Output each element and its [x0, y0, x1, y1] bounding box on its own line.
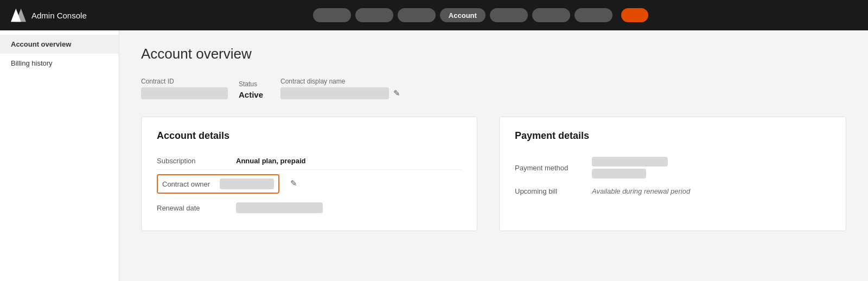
display-name-value: [280, 87, 389, 99]
account-details-card: Account details Subscription Annual plan…: [141, 117, 477, 231]
nav-pill-blank-6[interactable]: [575, 8, 612, 22]
sidebar: Account overview Billing history: [0, 30, 119, 281]
contract-id-group: Contract ID: [141, 78, 228, 99]
contract-owner-value: [220, 178, 274, 189]
subscription-value: Annual plan, prepaid: [236, 157, 306, 165]
nav-pill-blank-5[interactable]: [532, 8, 570, 22]
nav-pill-blank-4[interactable]: [490, 8, 528, 22]
nav-pill-blank-3[interactable]: [398, 8, 436, 22]
upcoming-bill-row: Upcoming bill Available during renewal p…: [515, 183, 831, 200]
contract-id-value: [141, 87, 228, 99]
payment-method-row: Payment method: [515, 152, 831, 183]
payment-method-value-stack: [592, 157, 668, 178]
renewal-date-value: [236, 202, 323, 213]
display-name-row: ✎: [280, 87, 400, 99]
nav-pills: Account: [104, 8, 857, 22]
payment-bar-2: [592, 169, 646, 178]
status-value: Active: [239, 90, 263, 99]
display-name-label: Contract display name: [280, 78, 400, 85]
nav-right-pill[interactable]: [621, 8, 648, 22]
status-group: Status Active: [239, 80, 263, 99]
contract-owner-highlighted-row: Contract owner: [157, 174, 279, 194]
two-col-layout: Account details Subscription Annual plan…: [141, 117, 846, 231]
contract-owner-outer-row: Contract owner ✎: [157, 170, 462, 198]
contract-id-label: Contract ID: [141, 78, 228, 85]
payment-bar-1: [592, 157, 668, 167]
payment-method-label: Payment method: [515, 164, 585, 172]
account-details-title: Account details: [157, 130, 462, 142]
renewal-date-row: Renewal date: [157, 198, 462, 218]
display-name-edit-icon[interactable]: ✎: [393, 88, 400, 98]
renewal-date-label: Renewal date: [157, 204, 227, 212]
adobe-logo-icon: [11, 8, 26, 23]
nav-pill-blank-1[interactable]: [313, 8, 351, 22]
payment-details-card: Payment details Payment method Upcoming …: [499, 117, 846, 231]
page-title: Account overview: [141, 46, 846, 62]
main-wrapper: Account overview Billing history Account…: [0, 30, 868, 281]
top-navigation: Admin Console Account: [0, 0, 868, 30]
upcoming-bill-label: Upcoming bill: [515, 187, 585, 195]
app-title: Admin Console: [31, 11, 87, 20]
contract-owner-edit-icon[interactable]: ✎: [290, 178, 297, 188]
subscription-label: Subscription: [157, 157, 227, 165]
contract-fields-row: Contract ID Status Active Contract displ…: [141, 78, 846, 99]
main-content: Account overview Contract ID Status Acti…: [119, 30, 868, 281]
sidebar-item-billing-history[interactable]: Billing history: [0, 54, 119, 73]
nav-pill-blank-2[interactable]: [355, 8, 393, 22]
status-label: Status: [239, 80, 263, 88]
logo-area: Admin Console: [11, 8, 87, 23]
payment-details-title: Payment details: [515, 130, 831, 142]
contract-owner-label: Contract owner: [162, 180, 210, 188]
nav-pill-account[interactable]: Account: [440, 8, 486, 22]
subscription-row: Subscription Annual plan, prepaid: [157, 152, 462, 170]
display-name-group: Contract display name ✎: [280, 78, 400, 99]
upcoming-bill-value: Available during renewal period: [592, 187, 690, 195]
sidebar-item-account-overview[interactable]: Account overview: [0, 35, 119, 54]
